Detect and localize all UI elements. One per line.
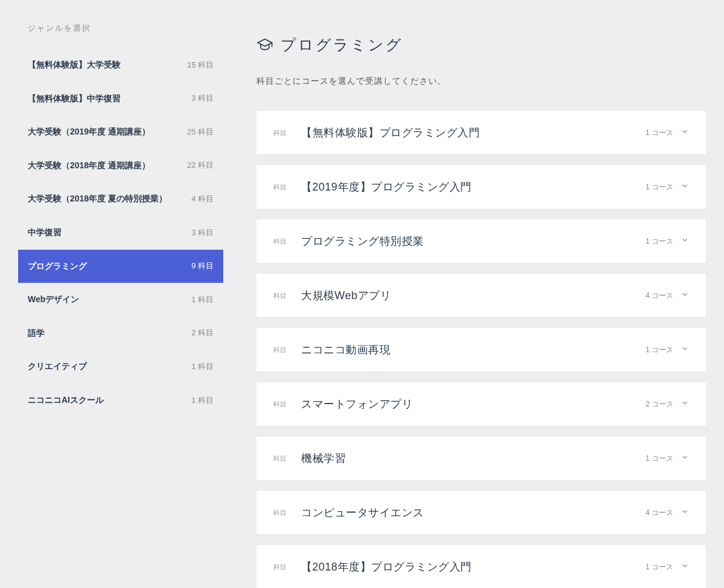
genre-item-label: 【無料体験版】中学復習	[28, 93, 185, 105]
subject-course-count: 1 コース	[646, 345, 673, 355]
subject-badge: 科目	[273, 183, 287, 192]
chevron-down-icon	[681, 290, 689, 301]
chevron-down-icon	[681, 561, 689, 572]
genre-item[interactable]: 大学受験（2018年度 夏の特別授業）4 科目	[18, 182, 223, 216]
subject-course-count: 1 コース	[646, 562, 673, 572]
subject-badge: 科目	[273, 291, 287, 300]
page-header: プログラミング	[256, 35, 706, 55]
chevron-down-icon	[681, 453, 689, 464]
genre-item-count: 9 科目	[191, 261, 214, 271]
genre-item[interactable]: プログラミング9 科目	[18, 250, 223, 283]
genre-item[interactable]: 【無料体験版】大学受験15 科目	[18, 48, 223, 82]
subject-card[interactable]: 科目【2018年度】プログラミング入門1 コース	[256, 545, 706, 588]
genre-item-label: Webデザイン	[28, 294, 185, 306]
subject-course-count: 4 コース	[646, 291, 673, 301]
subject-card[interactable]: 科目ニコニコ動画再現1 コース	[256, 328, 706, 371]
subject-course-count: 1 コース	[646, 236, 673, 247]
subject-badge: 科目	[273, 508, 287, 517]
genre-item-count: 15 科目	[187, 60, 214, 71]
genre-item-label: 大学受験（2018年度 夏の特別授業）	[28, 193, 185, 205]
genre-item-label: 【無料体験版】大学受験	[28, 59, 181, 71]
subject-card[interactable]: 科目機械学習1 コース	[256, 437, 706, 480]
subject-card[interactable]: 科目【無料体験版】プログラミング入門1 コース	[256, 111, 706, 154]
subject-title: ニコニコ動画再現	[301, 343, 646, 357]
subject-card[interactable]: 科目スマートフォンアプリ2 コース	[256, 382, 706, 426]
chevron-down-icon	[681, 182, 689, 192]
genre-item[interactable]: 中学復習3 科目	[18, 216, 223, 250]
subject-card[interactable]: 科目【2019年度】プログラミング入門1 コース	[256, 165, 706, 209]
genre-item-count: 3 科目	[191, 227, 214, 238]
chevron-down-icon	[681, 236, 689, 247]
subject-title: 機械学習	[301, 451, 646, 466]
sidebar-title: ジャンルを選択	[18, 18, 223, 48]
genre-item-label: クリエイティブ	[28, 361, 185, 373]
genre-item-count: 3 科目	[191, 93, 214, 104]
subject-badge: 科目	[273, 563, 287, 572]
subject-badge: 科目	[273, 128, 287, 138]
subject-badge: 科目	[273, 454, 287, 463]
subject-course-count: 4 コース	[646, 508, 673, 518]
subject-title: 【2019年度】プログラミング入門	[301, 180, 646, 194]
genre-item-label: 語学	[28, 327, 185, 340]
graduation-cap-icon	[256, 36, 273, 55]
page-subtitle: 科目ごとにコースを選んで受講してください。	[256, 76, 706, 87]
genre-item[interactable]: 大学受験（2018年度 通期講座）22 科目	[18, 149, 223, 183]
genre-item-label: 大学受験（2019年度 通期講座）	[28, 126, 181, 138]
genre-item-count: 1 科目	[191, 361, 214, 372]
genre-item[interactable]: Webデザイン1 科目	[18, 283, 223, 317]
subject-badge: 科目	[273, 237, 287, 246]
genre-item-count: 2 科目	[191, 327, 214, 338]
subject-course-count: 1 コース	[646, 128, 673, 138]
subject-course-count: 1 コース	[646, 182, 673, 192]
subject-badge: 科目	[273, 400, 287, 409]
chevron-down-icon	[681, 344, 689, 355]
genre-item-count: 1 科目	[191, 294, 214, 305]
genre-item-count: 22 科目	[187, 160, 214, 171]
subject-title: スマートフォンアプリ	[301, 397, 646, 411]
chevron-down-icon	[681, 127, 689, 138]
subject-title: 【無料体験版】プログラミング入門	[301, 125, 646, 140]
subject-card[interactable]: 科目大規模Webアプリ4 コース	[256, 274, 706, 317]
genre-list: 【無料体験版】大学受験15 科目【無料体験版】中学復習3 科目大学受験（2019…	[18, 48, 223, 417]
chevron-down-icon	[681, 507, 689, 518]
genre-item-count: 25 科目	[187, 127, 214, 138]
genre-item[interactable]: 大学受験（2019年度 通期講座）25 科目	[18, 115, 223, 149]
genre-item[interactable]: 【無料体験版】中学復習3 科目	[18, 82, 223, 116]
genre-item-count: 1 科目	[191, 395, 214, 406]
genre-item[interactable]: 語学2 科目	[18, 317, 223, 350]
subject-title: コンピュータサイエンス	[301, 505, 646, 520]
main-content: プログラミング 科目ごとにコースを選んで受講してください。 科目【無料体験版】プ…	[223, 18, 706, 588]
page-title: プログラミング	[281, 35, 403, 55]
genre-item-label: ニコニコAIスクール	[28, 394, 185, 406]
genre-item[interactable]: クリエイティブ1 科目	[18, 350, 223, 384]
genre-item-label: 大学受験（2018年度 通期講座）	[28, 160, 181, 172]
subject-course-count: 1 コース	[646, 454, 673, 464]
chevron-down-icon	[681, 399, 689, 409]
genre-item-label: プログラミング	[28, 261, 185, 273]
subject-card[interactable]: 科目プログラミング特別授業1 コース	[256, 220, 706, 263]
genre-item-label: 中学復習	[28, 227, 185, 239]
subject-title: 大規模Webアプリ	[301, 288, 646, 303]
subject-title: 【2018年度】プログラミング入門	[301, 560, 646, 574]
genre-item-count: 4 科目	[191, 194, 214, 204]
sidebar: ジャンルを選択 【無料体験版】大学受験15 科目【無料体験版】中学復習3 科目大…	[18, 18, 223, 588]
subject-title: プログラミング特別授業	[301, 234, 646, 248]
subject-course-count: 2 コース	[646, 399, 673, 409]
genre-item[interactable]: ニコニコAIスクール1 科目	[18, 384, 223, 417]
subject-badge: 科目	[273, 346, 287, 355]
subject-card[interactable]: 科目コンピュータサイエンス4 コース	[256, 491, 706, 534]
subject-list: 科目【無料体験版】プログラミング入門1 コース科目【2019年度】プログラミング…	[256, 111, 706, 588]
